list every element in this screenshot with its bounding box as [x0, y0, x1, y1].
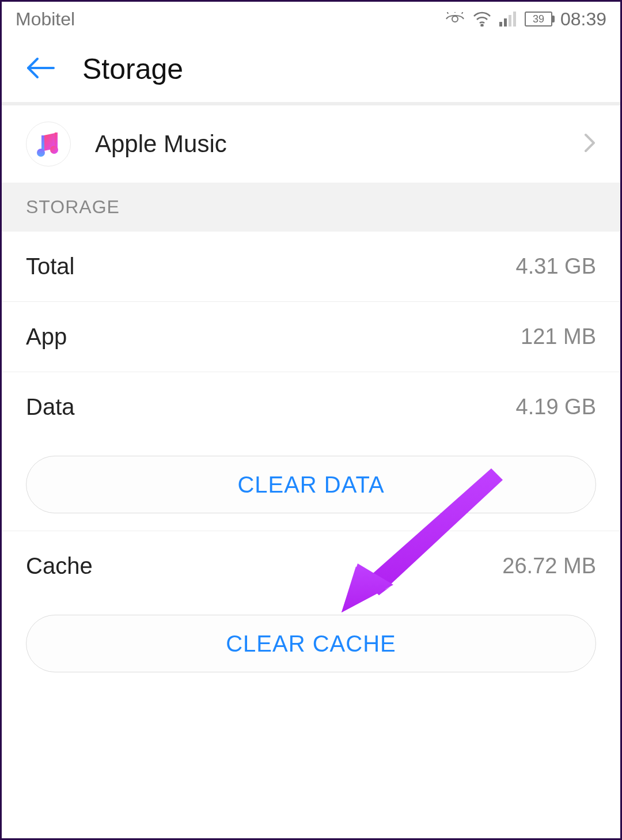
- svg-point-13: [50, 146, 58, 154]
- status-bar: Mobitel: [2, 2, 620, 36]
- row-app: App 121 MB: [2, 302, 620, 372]
- svg-rect-5: [499, 22, 502, 27]
- svg-point-12: [37, 149, 45, 157]
- section-header-storage: STORAGE: [2, 183, 620, 232]
- page-title: Storage: [82, 52, 183, 86]
- clear-cache-button[interactable]: CLEAR CACHE: [26, 615, 596, 672]
- svg-line-1: [447, 12, 448, 14]
- app-row[interactable]: Apple Music: [2, 105, 620, 183]
- clear-data-button[interactable]: CLEAR DATA: [26, 456, 596, 513]
- signal-icon: [499, 12, 517, 27]
- eye-icon: [445, 12, 465, 26]
- row-app-label: App: [26, 324, 521, 350]
- row-total: Total 4.31 GB: [2, 232, 620, 302]
- battery-percent: 39: [525, 12, 552, 27]
- app-name: Apple Music: [95, 130, 559, 158]
- row-data: Data 4.19 GB: [2, 372, 620, 442]
- row-cache-value: 26.72 MB: [502, 554, 596, 578]
- clear-cache-wrap: CLEAR CACHE: [2, 601, 620, 690]
- svg-point-0: [452, 16, 458, 22]
- svg-line-3: [462, 12, 463, 14]
- wifi-icon: [473, 12, 491, 27]
- page-header: Storage: [2, 36, 620, 105]
- row-app-value: 121 MB: [521, 324, 596, 349]
- back-arrow-icon[interactable]: [25, 55, 55, 83]
- clear-data-wrap: CLEAR DATA: [2, 442, 620, 531]
- svg-rect-8: [513, 12, 516, 27]
- svg-rect-7: [509, 15, 511, 27]
- row-total-value: 4.31 GB: [516, 254, 596, 279]
- app-icon: [26, 122, 71, 167]
- svg-rect-6: [504, 18, 507, 27]
- carrier-label: Mobitel: [16, 9, 445, 30]
- chevron-right-icon: [583, 133, 596, 156]
- row-total-label: Total: [26, 253, 516, 279]
- row-cache-label: Cache: [26, 553, 502, 579]
- battery-icon: 39: [525, 12, 552, 27]
- row-data-label: Data: [26, 394, 516, 420]
- clock: 08:39: [560, 9, 606, 30]
- row-cache: Cache 26.72 MB: [2, 531, 620, 601]
- row-data-value: 4.19 GB: [516, 395, 596, 419]
- svg-point-4: [481, 25, 483, 27]
- status-icons: 39 08:39: [445, 9, 606, 30]
